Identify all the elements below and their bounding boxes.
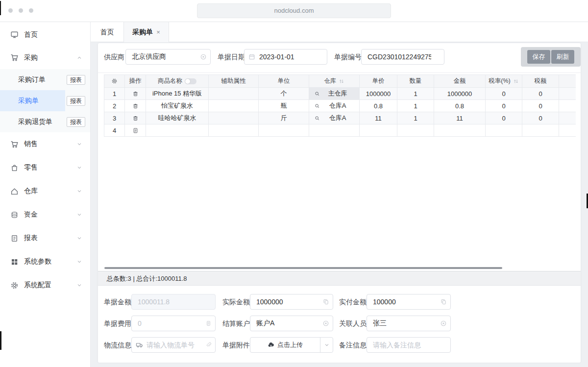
cell-warehouse[interactable]: 仓库A xyxy=(309,100,360,112)
report-badge[interactable]: 报表 xyxy=(67,75,85,85)
sidebar-item-home[interactable]: 首页 xyxy=(0,23,90,46)
search-icon[interactable] xyxy=(314,115,320,122)
settle-account-value[interactable] xyxy=(250,316,333,331)
settle-account-input[interactable] xyxy=(250,316,333,331)
bill-fee-value[interactable] xyxy=(132,316,215,331)
cell-tax[interactable]: 0 xyxy=(522,112,559,124)
report-badge[interactable]: 报表 xyxy=(67,117,85,127)
actual-amount-input[interactable] xyxy=(250,294,333,310)
search-icon[interactable] xyxy=(314,103,320,109)
cell-amount[interactable]: 0.8 xyxy=(434,100,486,112)
sidebar-item-retail[interactable]: 零售 xyxy=(0,156,90,179)
cell-unit[interactable]: 斤 xyxy=(259,112,309,124)
actual-amount-value[interactable] xyxy=(250,294,333,309)
cell-amount[interactable]: 11 xyxy=(434,112,486,124)
trash-icon[interactable] xyxy=(132,91,139,97)
close-icon[interactable]: × xyxy=(156,29,160,35)
sidebar-item-warehouse[interactable]: 仓库 xyxy=(0,179,90,203)
cell-qty[interactable]: 1 xyxy=(397,112,434,124)
sidebar-item-label: 资金 xyxy=(24,210,38,219)
related-person-input[interactable] xyxy=(367,316,451,331)
sidebar-item-purchase-order[interactable]: 采购订单 报表 xyxy=(0,69,90,90)
cell-aux[interactable] xyxy=(209,124,259,137)
cell-aux[interactable] xyxy=(209,88,259,100)
cell-tax[interactable] xyxy=(522,124,559,137)
product-name-toggle[interactable] xyxy=(185,78,196,84)
bill-number-value[interactable] xyxy=(362,49,444,64)
clear-icon[interactable] xyxy=(440,320,447,327)
upload-button[interactable]: 点击上传 xyxy=(250,338,320,352)
cell-tax-rate[interactable] xyxy=(486,124,522,137)
save-button[interactable]: 保存 xyxy=(527,50,550,64)
cell-tax-rate[interactable]: 0 xyxy=(486,112,522,124)
copy-icon[interactable] xyxy=(323,299,329,305)
cell-price[interactable]: 1000000 xyxy=(360,88,397,100)
cell-price[interactable] xyxy=(360,124,397,137)
cell-warehouse[interactable] xyxy=(309,124,360,137)
col-header-tax-rate[interactable]: 税率(%) xyxy=(486,74,522,88)
cell-price[interactable]: 0.8 xyxy=(360,100,397,112)
logistics-number-input[interactable] xyxy=(132,338,215,352)
refresh-button[interactable]: 刷新 xyxy=(551,50,574,64)
cell-tax[interactable]: 0 xyxy=(522,100,559,112)
cell-amount[interactable] xyxy=(434,124,486,137)
sidebar-item-purchase-bill[interactable]: 采购单 报表 xyxy=(0,90,90,111)
cell-name[interactable] xyxy=(146,124,209,137)
cell-name[interactable]: 怡宝矿泉水 xyxy=(146,100,209,112)
clear-icon[interactable] xyxy=(200,53,207,60)
add-file-icon[interactable] xyxy=(132,127,139,134)
bill-fee-input[interactable] xyxy=(131,316,216,331)
cell-name[interactable]: iPhone 15 精华版 xyxy=(146,88,209,100)
cell-unit[interactable] xyxy=(259,124,309,137)
bill-date-input[interactable] xyxy=(244,49,327,65)
cell-tax[interactable]: 0 xyxy=(522,88,559,100)
cell-qty[interactable] xyxy=(397,124,434,137)
sidebar-item-sales[interactable]: 销售 xyxy=(0,132,90,156)
trash-icon[interactable] xyxy=(132,103,139,109)
cell-amount[interactable]: 1000000 xyxy=(434,88,486,100)
cell-price[interactable]: 11 xyxy=(360,112,397,124)
sort-icon[interactable] xyxy=(513,78,519,84)
bill-number-input[interactable] xyxy=(361,49,444,65)
remark-input-value[interactable] xyxy=(367,338,450,352)
column-settings[interactable] xyxy=(104,74,125,88)
supplier-input[interactable] xyxy=(125,49,211,65)
trash-icon[interactable] xyxy=(132,115,139,122)
cell-tax-rate[interactable]: 0 xyxy=(486,100,522,112)
sort-icon[interactable] xyxy=(339,78,344,84)
report-badge[interactable]: 报表 xyxy=(67,96,85,106)
cell-warehouse[interactable]: 仓库A xyxy=(309,112,360,124)
paid-amount-input[interactable] xyxy=(367,294,451,310)
address-bar[interactable]: nodcloud.com xyxy=(197,3,391,18)
cell-unit[interactable]: 个 xyxy=(259,88,309,100)
paid-amount-value[interactable] xyxy=(367,294,450,309)
remark-input[interactable] xyxy=(367,337,451,353)
related-person-value[interactable] xyxy=(367,316,450,331)
remark-label: 备注信息 xyxy=(339,337,368,353)
bill-date-value[interactable] xyxy=(245,49,327,64)
search-icon[interactable] xyxy=(314,91,320,97)
cell-name[interactable]: 哇哈哈矿泉水 xyxy=(146,112,209,124)
cell-warehouse[interactable]: 主仓库 xyxy=(309,88,360,100)
sidebar-item-purchase-return[interactable]: 采购退货单 报表 xyxy=(0,111,90,132)
sidebar-item-purchase[interactable]: 采购 xyxy=(0,46,90,69)
horizontal-scrollbar[interactable] xyxy=(104,267,502,269)
cell-unit[interactable]: 瓶 xyxy=(259,100,309,112)
sidebar-item-reports[interactable]: 报表 xyxy=(0,226,90,250)
copy-icon[interactable] xyxy=(441,299,447,305)
upload-dropdown-toggle[interactable] xyxy=(320,338,333,352)
cell-tax-rate[interactable]: 0 xyxy=(486,88,522,100)
logistics-input[interactable] xyxy=(131,337,216,353)
sidebar-item-funds[interactable]: 资金 xyxy=(0,203,90,226)
sidebar-item-sys-config[interactable]: 系统配置 xyxy=(0,273,90,297)
cell-qty[interactable]: 1 xyxy=(397,100,434,112)
tab-home[interactable]: 首页 xyxy=(91,22,124,42)
cell-qty[interactable]: 1 xyxy=(397,88,434,100)
tab-purchase-bill[interactable]: 采购单 × xyxy=(124,22,169,42)
supplier-input-value[interactable] xyxy=(126,49,210,64)
cell-aux[interactable] xyxy=(209,112,259,124)
col-header-warehouse[interactable]: 仓库 xyxy=(309,74,360,88)
cell-aux[interactable] xyxy=(209,100,259,112)
clear-icon[interactable] xyxy=(322,320,329,327)
sidebar-item-sys-params[interactable]: 系统参数 xyxy=(0,250,90,273)
